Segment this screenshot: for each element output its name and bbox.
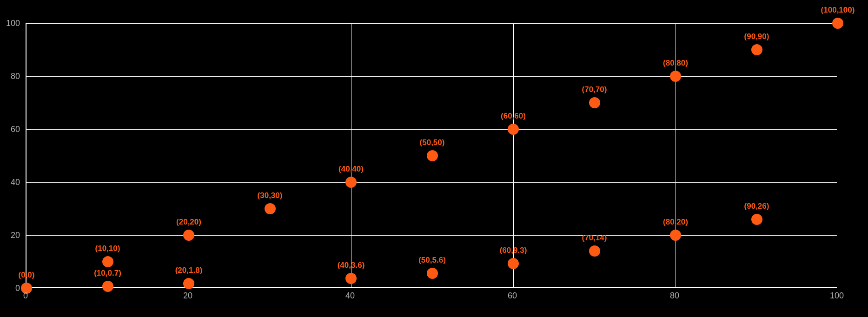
data-point[interactable] (589, 97, 600, 108)
data-point[interactable] (102, 281, 113, 292)
x-tick-label: 40 (345, 291, 355, 301)
plot-area: (0,0)(10,10)(20,20)(30,30)(40,40)(50,50)… (26, 23, 837, 288)
data-point[interactable] (670, 71, 681, 82)
data-point-label: (70,70) (582, 85, 607, 94)
data-point-label: (40,3.6) (338, 261, 365, 270)
data-point-label: (30,30) (258, 191, 283, 200)
x-tick-label: 20 (183, 291, 192, 301)
data-point-label: (90,90) (744, 32, 769, 41)
data-point-label: (50,50) (420, 138, 445, 147)
data-point[interactable] (345, 273, 357, 284)
data-point[interactable] (589, 245, 600, 257)
data-point-label: (40,40) (338, 165, 364, 174)
data-point[interactable] (183, 278, 194, 289)
data-point-label: (20,1.8) (175, 266, 203, 275)
y-tick-label: 20 (0, 231, 20, 240)
gridline-vertical (351, 23, 351, 287)
data-point[interactable] (345, 177, 357, 188)
data-point-label: (10,10) (95, 244, 120, 253)
y-tick-label: 100 (0, 19, 20, 28)
data-point[interactable] (102, 256, 113, 267)
data-point[interactable] (265, 203, 276, 214)
data-point[interactable] (832, 18, 843, 29)
gridline-vertical (838, 23, 838, 287)
data-point-label: (90,26) (744, 202, 769, 211)
gridline-horizontal (27, 182, 837, 183)
x-tick-label: 60 (508, 291, 517, 301)
data-point[interactable] (427, 268, 438, 279)
y-tick-label: 40 (0, 178, 20, 187)
gridline-horizontal (27, 23, 837, 24)
data-point[interactable] (427, 150, 438, 161)
data-point-label: (0,0) (19, 271, 35, 280)
gridline-horizontal (27, 76, 837, 77)
data-point-label: (70,14) (582, 233, 607, 243)
y-tick-label: 80 (0, 72, 20, 81)
data-point-label: (60,60) (501, 112, 526, 121)
data-point-label: (50,5.6) (418, 256, 446, 265)
scatter-chart: (0,0)(10,10)(20,20)(30,30)(40,40)(50,50)… (0, 0, 868, 317)
data-point[interactable] (670, 230, 681, 241)
gridline-vertical (189, 23, 189, 287)
x-tick-label: 0 (23, 291, 28, 301)
gridline-horizontal (27, 235, 837, 236)
data-point-label: (80,20) (663, 218, 688, 227)
data-point-label: (20,20) (176, 218, 201, 227)
y-tick-label: 0 (0, 284, 20, 293)
data-point[interactable] (508, 258, 519, 269)
data-point[interactable] (751, 44, 762, 55)
data-point[interactable] (508, 124, 519, 135)
data-point-label: (80,80) (663, 59, 688, 68)
gridline-horizontal (27, 129, 837, 130)
x-tick-label: 80 (670, 291, 679, 301)
data-point[interactable] (751, 214, 762, 225)
data-point-label: (60,9.3) (500, 246, 527, 255)
data-point[interactable] (183, 230, 194, 241)
y-tick-label: 60 (0, 125, 20, 134)
data-point-label: (100,100) (821, 6, 855, 15)
x-tick-label: 100 (830, 291, 844, 301)
data-point-label: (10,0.7) (94, 269, 121, 278)
